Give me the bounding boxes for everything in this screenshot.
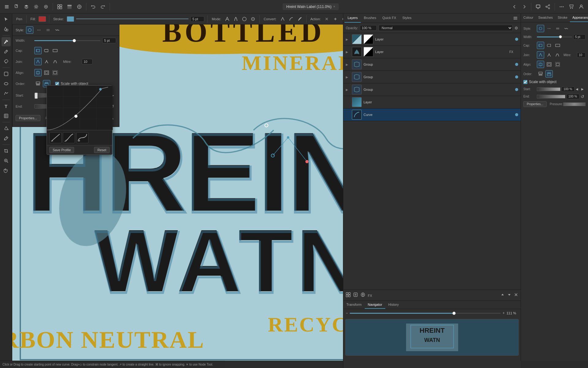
- mode-icon1[interactable]: [224, 16, 231, 22]
- fx-btn[interactable]: FX: [368, 293, 372, 298]
- shape-tool-btn[interactable]: [2, 69, 11, 79]
- spr-double-btn[interactable]: [554, 25, 561, 32]
- view-icon1[interactable]: [55, 2, 64, 11]
- align-center-btn[interactable]: [34, 69, 42, 76]
- style-solid-btn[interactable]: [26, 26, 33, 34]
- cap-square-btn[interactable]: [51, 47, 59, 54]
- cap-round-btn[interactable]: [43, 47, 50, 54]
- spr-join1-btn[interactable]: [537, 51, 544, 59]
- add-layer-btn[interactable]: [346, 292, 351, 298]
- tab-brushes[interactable]: Brushes: [361, 13, 379, 23]
- order-below-btn[interactable]: [34, 80, 42, 87]
- brush-tool-btn[interactable]: [2, 57, 11, 66]
- join-bevel-btn[interactable]: [51, 58, 59, 65]
- node-tool-btn[interactable]: [2, 25, 11, 34]
- zoom-plus-btn[interactable]: +: [503, 311, 505, 315]
- spr-mitre-input[interactable]: [577, 52, 586, 58]
- spr-start-arrow1[interactable]: ◀: [576, 87, 580, 91]
- fill-color-swatch[interactable]: [39, 16, 46, 22]
- more-icon[interactable]: [557, 2, 566, 11]
- spr-wave-btn[interactable]: [563, 25, 570, 32]
- reset-btn[interactable]: Reset: [94, 147, 110, 153]
- expand-2[interactable]: ▶: [346, 50, 350, 54]
- settings-icon[interactable]: [32, 2, 40, 11]
- spr-end-input[interactable]: [567, 94, 579, 99]
- layer-vis-g3[interactable]: [515, 88, 518, 91]
- action-add-icon[interactable]: [332, 16, 339, 22]
- blend-mode-select[interactable]: Normal Multiply Screen: [379, 25, 513, 31]
- spr-align1-btn[interactable]: [537, 61, 544, 68]
- tab-stroke[interactable]: Stroke: [555, 13, 570, 22]
- spr-width-input[interactable]: [573, 34, 586, 40]
- spr-width-slider[interactable]: [537, 36, 572, 37]
- move-tool-btn[interactable]: [2, 15, 11, 24]
- spr-pressure-bar[interactable]: [563, 102, 586, 106]
- tab-navigator[interactable]: Navigator: [365, 301, 385, 309]
- vector-tool-btn[interactable]: [2, 89, 11, 98]
- move-down-btn[interactable]: [507, 293, 511, 298]
- convert-icon2[interactable]: [288, 16, 295, 22]
- document-icon[interactable]: [12, 2, 21, 11]
- align-inner-btn[interactable]: [43, 69, 50, 76]
- eyedropper-tool-btn[interactable]: [2, 134, 11, 143]
- layer-vis-g2[interactable]: [515, 75, 518, 79]
- table-tool-btn[interactable]: [2, 111, 11, 121]
- layers-icon[interactable]: [22, 2, 31, 11]
- nav-preview-area[interactable]: HREINT WATN: [345, 319, 519, 356]
- hand-tool-btn[interactable]: [2, 166, 11, 175]
- nav-forward-icon[interactable]: [520, 2, 529, 11]
- layer-item-plain[interactable]: Layer: [343, 96, 521, 109]
- layer-item-group2[interactable]: ▶ Group: [343, 71, 521, 83]
- pencil-tool-btn[interactable]: [2, 47, 11, 56]
- tab-appearance[interactable]: Appearance: [570, 13, 588, 22]
- nav-zoom-slider[interactable]: [350, 313, 501, 314]
- stroke-width-input[interactable]: [190, 16, 204, 22]
- expand-g3[interactable]: ▶: [346, 88, 350, 91]
- layers-settings-btn[interactable]: ⚙: [514, 26, 518, 30]
- expand-g2[interactable]: ▶: [346, 75, 350, 79]
- tab-swatches[interactable]: Swatches: [536, 13, 555, 22]
- mode-icon4[interactable]: [250, 16, 256, 22]
- fill-tool-btn[interactable]: [2, 124, 11, 133]
- app-menu-icon[interactable]: [2, 2, 11, 11]
- spr-align3-btn[interactable]: [554, 61, 561, 68]
- layers-menu-btn[interactable]: [513, 13, 519, 23]
- spr-scale-check[interactable]: Scale with object: [523, 80, 556, 84]
- style-pattern-btn[interactable]: [54, 26, 61, 34]
- stroke-color-swatch[interactable]: [67, 16, 74, 22]
- export-icon[interactable]: [534, 2, 542, 11]
- expand-g1[interactable]: ▶: [346, 63, 350, 66]
- zoom-minus-btn[interactable]: −: [346, 311, 348, 315]
- width-input[interactable]: [102, 38, 116, 43]
- spr-join2-btn[interactable]: [545, 51, 553, 59]
- spr-cap2-btn[interactable]: [545, 42, 553, 49]
- spr-align2-btn[interactable]: [545, 61, 553, 68]
- nav-back-icon[interactable]: [510, 2, 519, 11]
- spr-order1-btn[interactable]: [537, 70, 544, 78]
- view-icon2[interactable]: [65, 2, 74, 11]
- expand-1[interactable]: ▶: [346, 38, 350, 41]
- layer-item-1[interactable]: ▶ Layer: [343, 33, 521, 46]
- action-delete-icon[interactable]: ✕: [323, 16, 330, 22]
- spr-start-arrow2[interactable]: ▶: [581, 87, 586, 91]
- properties-btn[interactable]: Properties...: [16, 115, 40, 121]
- layer-vis-dot-1[interactable]: [515, 38, 518, 41]
- account-icon[interactable]: [577, 2, 586, 11]
- layer-vis-g1[interactable]: [515, 63, 518, 66]
- cap-butt-btn[interactable]: [34, 47, 42, 54]
- view-icon3[interactable]: [75, 2, 84, 11]
- opacity-input[interactable]: [360, 25, 377, 31]
- preset-2-btn[interactable]: [63, 132, 75, 143]
- spr-cap3-btn[interactable]: [554, 42, 561, 49]
- spr-properties-btn[interactable]: Properties...: [523, 101, 547, 107]
- layer-item-2[interactable]: ▶ Layer FX: [343, 46, 521, 58]
- spr-start-input[interactable]: [562, 86, 575, 92]
- tab-quick-fx[interactable]: Quick FX: [379, 13, 399, 23]
- join-miter-btn[interactable]: [34, 58, 42, 65]
- align-outer-btn[interactable]: [51, 69, 59, 76]
- mode-icon2[interactable]: [232, 16, 239, 22]
- width-slider[interactable]: [34, 40, 100, 41]
- store-icon[interactable]: [567, 2, 576, 11]
- preferences-icon[interactable]: [42, 2, 50, 11]
- redo-group-icon[interactable]: [99, 2, 107, 11]
